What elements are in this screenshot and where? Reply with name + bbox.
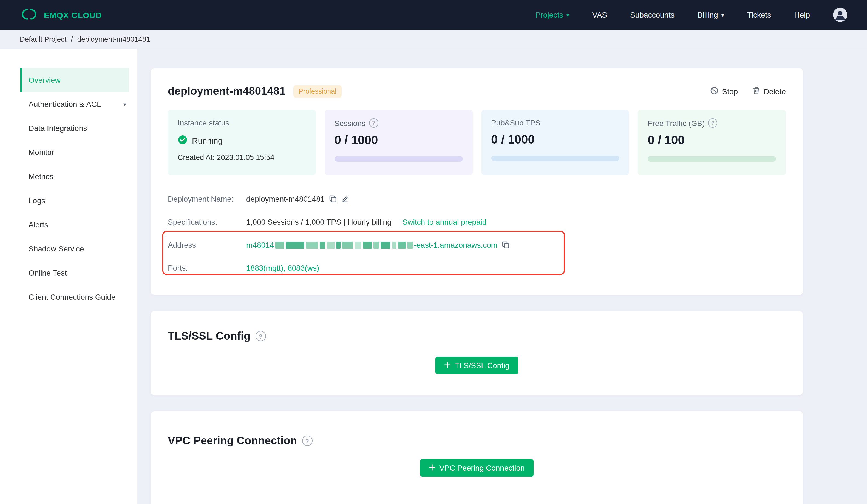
nav-item-label: VAS bbox=[592, 10, 607, 19]
copy-icon[interactable] bbox=[329, 195, 337, 203]
stop-button[interactable]: Stop bbox=[710, 86, 738, 96]
sidebar-item-label: Alerts bbox=[29, 220, 48, 229]
deployment-overview-card: deployment-m4801481 Professional Stop bbox=[151, 68, 803, 295]
delete-label: Delete bbox=[764, 87, 786, 96]
address-row: Address: m48014 -east-1.amazonaws.com bbox=[168, 233, 786, 256]
breadcrumb-deployment: deployment-m4801481 bbox=[77, 35, 150, 43]
user-avatar[interactable] bbox=[833, 8, 847, 22]
specifications-row: Specifications: 1,000 Sessions / 1,000 T… bbox=[168, 210, 786, 233]
address-suffix: -east-1.amazonaws.com bbox=[414, 241, 497, 249]
edit-pencil-icon[interactable] bbox=[341, 195, 349, 203]
nav-item-label: Help bbox=[794, 10, 810, 19]
help-circle-icon[interactable] bbox=[708, 118, 717, 128]
specifications-label: Specifications: bbox=[168, 218, 246, 226]
sidebar-item-client-connections-guide[interactable]: Client Connections Guide bbox=[0, 285, 137, 309]
traffic-value: 0 / 100 bbox=[648, 133, 776, 147]
nav-item-subaccounts[interactable]: Subaccounts bbox=[630, 10, 675, 19]
ports-label: Ports: bbox=[168, 263, 246, 272]
nav-item-label: Tickets bbox=[747, 10, 771, 19]
deployment-header: deployment-m4801481 Professional Stop bbox=[168, 85, 786, 98]
sidebar-item-authentication-acl[interactable]: Authentication & ACL ▾ bbox=[0, 92, 137, 116]
ports-row: Ports: 1883(mqtt), 8083(ws) bbox=[168, 256, 786, 280]
created-at: Created At: 2023.01.05 15:54 bbox=[178, 153, 306, 162]
sidebar-item-label: Shadow Service bbox=[29, 244, 84, 253]
sidebar-item-shadow-service[interactable]: Shadow Service bbox=[0, 237, 137, 261]
delete-button[interactable]: Delete bbox=[752, 86, 786, 96]
sidebar-item-alerts[interactable]: Alerts bbox=[0, 212, 137, 237]
tls-card-title: TLS/SSL Config bbox=[168, 330, 250, 342]
specifications-value: 1,000 Sessions / 1,000 TPS | Hourly bill… bbox=[246, 218, 392, 226]
sidebar-item-overview[interactable]: Overview bbox=[20, 68, 129, 92]
sessions-value: 0 / 1000 bbox=[334, 133, 463, 147]
deployment-name-row: Deployment Name: deployment-m4801481 bbox=[168, 187, 786, 210]
stat-label: Free Traffic (GB) bbox=[648, 119, 705, 127]
stat-sessions: Sessions 0 / 1000 bbox=[325, 110, 473, 175]
sidebar-item-logs[interactable]: Logs bbox=[0, 188, 137, 212]
status-running: Running bbox=[192, 136, 223, 145]
deployment-name-value: deployment-m4801481 bbox=[246, 195, 325, 203]
deployment-info: Deployment Name: deployment-m4801481 bbox=[168, 187, 786, 280]
sidebar-item-label: Online Test bbox=[29, 269, 67, 277]
sidebar-item-data-integrations[interactable]: Data Integrations bbox=[0, 116, 137, 140]
vpc-peering-card: VPC Peering Connection VPC Peering Conne… bbox=[151, 412, 803, 504]
nav-item-label: Subaccounts bbox=[630, 10, 675, 19]
address-redacted bbox=[275, 241, 413, 249]
sidebar-item-online-test[interactable]: Online Test bbox=[0, 261, 137, 285]
nav-item-tickets[interactable]: Tickets bbox=[747, 10, 771, 19]
sidebar-item-metrics[interactable]: Metrics bbox=[0, 164, 137, 188]
chevron-down-icon: ▾ bbox=[567, 13, 569, 18]
deployment-actions: Stop Delete bbox=[710, 86, 786, 96]
add-tls-ssl-config-button[interactable]: TLS/SSL Config bbox=[436, 357, 518, 374]
add-vpc-peering-button[interactable]: VPC Peering Connection bbox=[420, 459, 533, 476]
help-circle-icon[interactable] bbox=[255, 331, 266, 341]
vpc-card-title: VPC Peering Connection bbox=[168, 435, 297, 447]
emqx-cloud-app: EMQX CLOUD Projects ▾ VAS Subaccounts Bi… bbox=[0, 0, 867, 504]
plus-icon bbox=[429, 463, 436, 472]
sidebar: Overview Authentication & ACL ▾ Data Int… bbox=[0, 49, 137, 504]
traffic-progress-bar bbox=[648, 156, 776, 162]
stat-label: Instance status bbox=[178, 118, 306, 127]
copy-icon[interactable] bbox=[502, 241, 510, 249]
nav-item-vas[interactable]: VAS bbox=[592, 10, 607, 19]
stats-row: Instance status Running Created At: 2023… bbox=[168, 110, 786, 175]
button-label: VPC Peering Connection bbox=[439, 463, 525, 472]
stat-label: Sessions bbox=[334, 119, 366, 127]
tps-value: 0 / 1000 bbox=[491, 133, 619, 147]
sessions-progress-bar bbox=[334, 156, 463, 162]
main-content: deployment-m4801481 Professional Stop bbox=[137, 49, 867, 504]
help-circle-icon[interactable] bbox=[302, 436, 312, 446]
breadcrumb: Default Project / deployment-m4801481 bbox=[0, 30, 867, 49]
nav-item-help[interactable]: Help bbox=[794, 10, 810, 19]
switch-annual-prepaid-link[interactable]: Switch to annual prepaid bbox=[403, 218, 487, 226]
tls-ssl-card: TLS/SSL Config TLS/SSL Config bbox=[151, 311, 803, 395]
plan-badge: Professional bbox=[293, 85, 342, 97]
stat-free-traffic: Free Traffic (GB) 0 / 100 bbox=[638, 110, 786, 175]
breadcrumb-project[interactable]: Default Project bbox=[20, 35, 67, 43]
sidebar-item-label: Metrics bbox=[29, 172, 53, 181]
brand-logo[interactable]: EMQX CLOUD bbox=[20, 8, 102, 22]
plus-icon bbox=[444, 361, 451, 370]
deployment-name-label: Deployment Name: bbox=[168, 195, 246, 203]
check-circle-icon bbox=[178, 135, 188, 146]
nav-item-billing[interactable]: Billing ▾ bbox=[697, 10, 724, 19]
deployment-title: deployment-m4801481 bbox=[168, 85, 286, 98]
sidebar-item-monitor[interactable]: Monitor bbox=[0, 140, 137, 164]
help-circle-icon[interactable] bbox=[369, 118, 378, 128]
sidebar-item-label: Overview bbox=[29, 76, 61, 84]
sidebar-item-label: Logs bbox=[29, 196, 45, 205]
stat-label: Pub&Sub TPS bbox=[491, 118, 540, 127]
ports-value: 1883(mqtt), 8083(ws) bbox=[246, 263, 319, 272]
sidebar-item-label: Monitor bbox=[29, 148, 54, 157]
sidebar-item-label: Authentication & ACL bbox=[29, 100, 101, 109]
address-label: Address: bbox=[168, 241, 246, 249]
stat-pubsub-tps: Pub&Sub TPS 0 / 1000 bbox=[481, 110, 629, 175]
sidebar-item-label: Client Connections Guide bbox=[29, 293, 116, 301]
button-label: TLS/SSL Config bbox=[454, 361, 510, 370]
nav-item-projects[interactable]: Projects ▾ bbox=[535, 10, 569, 19]
nav-item-label: Projects bbox=[535, 10, 563, 19]
tps-progress-bar bbox=[491, 156, 619, 161]
trash-icon bbox=[752, 86, 760, 96]
stop-icon bbox=[710, 86, 718, 96]
breadcrumb-separator: / bbox=[71, 35, 73, 43]
stop-label: Stop bbox=[722, 87, 738, 96]
